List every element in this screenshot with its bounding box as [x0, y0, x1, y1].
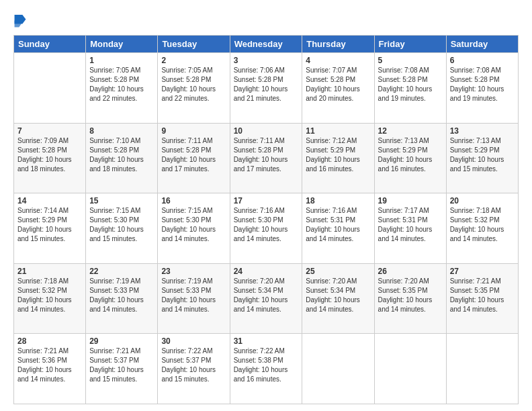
day-number: 18	[306, 196, 370, 205]
day-number: 15	[89, 196, 154, 205]
day-info: Sunrise: 7:07 AMSunset: 5:28 PMDaylight:…	[306, 66, 370, 103]
sunset-label: Sunset: 5:28 PM	[161, 76, 211, 83]
day-info: Sunrise: 7:13 AMSunset: 5:29 PMDaylight:…	[378, 136, 443, 174]
calendar-cell: 5Sunrise: 7:08 AMSunset: 5:28 PMDaylight…	[374, 53, 446, 124]
calendar-cell	[446, 334, 518, 404]
sunrise-label: Sunrise: 7:13 AM	[378, 137, 429, 144]
weekday-header-thursday: Thursday	[302, 36, 374, 53]
day-number: 23	[161, 267, 226, 276]
sunset-label: Sunset: 5:37 PM	[89, 357, 139, 364]
sunrise-label: Sunrise: 7:19 AM	[161, 277, 212, 285]
day-info: Sunrise: 7:06 AMSunset: 5:28 PMDaylight:…	[234, 66, 299, 103]
daylight-label: Daylight: 10 hours and 14 minutes.	[306, 296, 360, 313]
calendar-cell: 21Sunrise: 7:18 AMSunset: 5:32 PMDayligh…	[14, 263, 86, 334]
day-number: 25	[306, 267, 370, 276]
sunset-label: Sunset: 5:35 PM	[450, 287, 500, 294]
sunset-label: Sunset: 5:36 PM	[17, 357, 67, 364]
day-number: 5	[378, 56, 443, 65]
calendar-cell: 10Sunrise: 7:11 AMSunset: 5:28 PMDayligh…	[230, 123, 302, 193]
weekday-header-friday: Friday	[374, 36, 446, 53]
daylight-label: Daylight: 10 hours and 15 minutes.	[17, 226, 72, 242]
daylight-label: Daylight: 10 hours and 22 minutes.	[89, 85, 144, 102]
calendar-cell: 22Sunrise: 7:19 AMSunset: 5:33 PMDayligh…	[86, 263, 158, 334]
sunrise-label: Sunrise: 7:21 AM	[17, 347, 69, 355]
calendar-cell: 20Sunrise: 7:18 AMSunset: 5:32 PMDayligh…	[446, 193, 518, 264]
calendar-cell: 17Sunrise: 7:16 AMSunset: 5:30 PMDayligh…	[230, 193, 302, 264]
daylight-label: Daylight: 10 hours and 16 minutes.	[234, 366, 288, 383]
day-number: 24	[234, 267, 299, 276]
sunrise-label: Sunrise: 7:13 AM	[450, 137, 501, 144]
calendar-cell: 14Sunrise: 7:14 AMSunset: 5:29 PMDayligh…	[14, 193, 86, 264]
calendar-cell: 12Sunrise: 7:13 AMSunset: 5:29 PMDayligh…	[374, 123, 446, 193]
day-number: 13	[450, 126, 515, 136]
day-info: Sunrise: 7:08 AMSunset: 5:28 PMDaylight:…	[378, 66, 443, 103]
day-number: 21	[17, 267, 82, 276]
day-info: Sunrise: 7:05 AMSunset: 5:28 PMDaylight:…	[89, 66, 154, 103]
calendar-cell	[374, 334, 446, 404]
calendar-cell: 30Sunrise: 7:22 AMSunset: 5:37 PMDayligh…	[158, 334, 230, 404]
day-number: 29	[89, 336, 154, 346]
calendar-cell: 13Sunrise: 7:13 AMSunset: 5:29 PMDayligh…	[446, 123, 518, 193]
day-number: 28	[17, 336, 82, 346]
day-number: 11	[306, 126, 370, 136]
day-info: Sunrise: 7:16 AMSunset: 5:30 PMDaylight:…	[234, 206, 299, 244]
sunset-label: Sunset: 5:37 PM	[161, 357, 211, 364]
daylight-label: Daylight: 10 hours and 21 minutes.	[234, 85, 288, 102]
sunrise-label: Sunrise: 7:18 AM	[17, 277, 69, 285]
sunset-label: Sunset: 5:28 PM	[306, 76, 355, 83]
sunset-label: Sunset: 5:32 PM	[17, 287, 67, 294]
sunrise-label: Sunrise: 7:22 AM	[161, 347, 212, 355]
week-row-2: 7Sunrise: 7:09 AMSunset: 5:28 PMDaylight…	[14, 123, 519, 193]
sunrise-label: Sunrise: 7:15 AM	[89, 207, 140, 214]
daylight-label: Daylight: 10 hours and 16 minutes.	[378, 156, 433, 173]
sunset-label: Sunset: 5:28 PM	[89, 76, 139, 83]
sunset-label: Sunset: 5:28 PM	[234, 76, 283, 83]
daylight-label: Daylight: 10 hours and 16 minutes.	[306, 156, 360, 173]
daylight-label: Daylight: 10 hours and 14 minutes.	[161, 296, 216, 313]
day-info: Sunrise: 7:21 AMSunset: 5:37 PMDaylight:…	[89, 347, 154, 384]
day-number: 3	[234, 56, 299, 65]
sunset-label: Sunset: 5:28 PM	[89, 146, 139, 154]
sunrise-label: Sunrise: 7:11 AM	[234, 137, 285, 144]
day-number: 6	[450, 56, 515, 65]
sunrise-label: Sunrise: 7:20 AM	[234, 277, 285, 285]
daylight-label: Daylight: 10 hours and 17 minutes.	[161, 156, 216, 173]
day-info: Sunrise: 7:13 AMSunset: 5:29 PMDaylight:…	[450, 136, 515, 174]
calendar-cell: 19Sunrise: 7:17 AMSunset: 5:31 PMDayligh…	[374, 193, 446, 264]
day-info: Sunrise: 7:11 AMSunset: 5:28 PMDaylight:…	[161, 136, 226, 174]
sunset-label: Sunset: 5:28 PM	[161, 146, 211, 154]
day-info: Sunrise: 7:09 AMSunset: 5:28 PMDaylight:…	[17, 136, 82, 174]
sunrise-label: Sunrise: 7:21 AM	[89, 347, 140, 355]
day-info: Sunrise: 7:12 AMSunset: 5:29 PMDaylight:…	[306, 136, 370, 174]
daylight-label: Daylight: 10 hours and 14 minutes.	[89, 296, 144, 313]
daylight-label: Daylight: 10 hours and 14 minutes.	[234, 226, 288, 242]
calendar-cell: 31Sunrise: 7:22 AMSunset: 5:38 PMDayligh…	[230, 334, 302, 404]
day-info: Sunrise: 7:05 AMSunset: 5:28 PMDaylight:…	[161, 66, 226, 103]
calendar-cell: 29Sunrise: 7:21 AMSunset: 5:37 PMDayligh…	[86, 334, 158, 404]
day-info: Sunrise: 7:20 AMSunset: 5:34 PMDaylight:…	[234, 277, 299, 314]
sunset-label: Sunset: 5:29 PM	[450, 146, 500, 154]
sunset-label: Sunset: 5:35 PM	[378, 287, 428, 294]
calendar-cell: 6Sunrise: 7:08 AMSunset: 5:28 PMDaylight…	[446, 53, 518, 124]
daylight-label: Daylight: 10 hours and 14 minutes.	[161, 226, 216, 242]
day-info: Sunrise: 7:19 AMSunset: 5:33 PMDaylight:…	[89, 277, 154, 314]
sunrise-label: Sunrise: 7:07 AM	[306, 66, 357, 74]
daylight-label: Daylight: 10 hours and 15 minutes.	[89, 226, 144, 242]
calendar-cell: 27Sunrise: 7:21 AMSunset: 5:35 PMDayligh…	[446, 263, 518, 334]
daylight-label: Daylight: 10 hours and 18 minutes.	[89, 156, 144, 173]
daylight-label: Daylight: 10 hours and 14 minutes.	[450, 296, 504, 313]
daylight-label: Daylight: 10 hours and 15 minutes.	[450, 156, 504, 173]
logo-icon	[14, 15, 26, 30]
sunset-label: Sunset: 5:32 PM	[450, 216, 500, 224]
sunrise-label: Sunrise: 7:12 AM	[306, 137, 357, 144]
day-number: 7	[17, 126, 82, 136]
calendar-cell: 24Sunrise: 7:20 AMSunset: 5:34 PMDayligh…	[230, 263, 302, 334]
sunset-label: Sunset: 5:33 PM	[89, 287, 139, 294]
sunset-label: Sunset: 5:30 PM	[234, 216, 283, 224]
weekday-header-saturday: Saturday	[446, 36, 518, 53]
sunrise-label: Sunrise: 7:18 AM	[450, 207, 501, 214]
daylight-label: Daylight: 10 hours and 14 minutes.	[306, 226, 360, 242]
sunrise-label: Sunrise: 7:15 AM	[161, 207, 212, 214]
sunrise-label: Sunrise: 7:21 AM	[450, 277, 501, 285]
sunrise-label: Sunrise: 7:08 AM	[378, 66, 429, 74]
